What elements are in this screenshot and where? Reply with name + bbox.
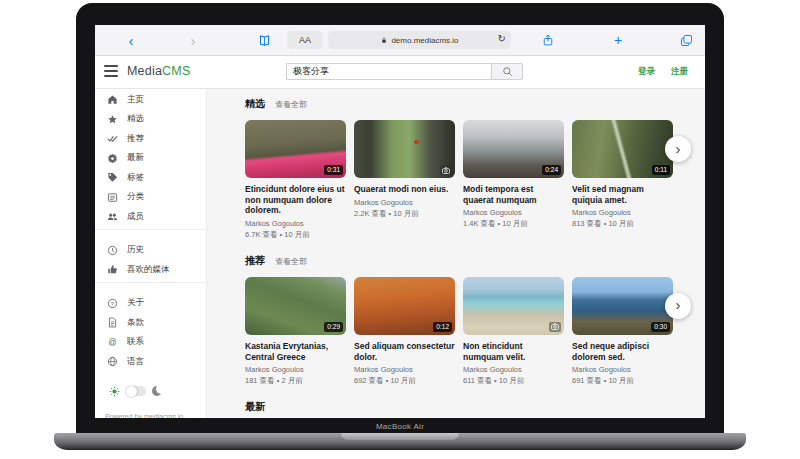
section-title: 精选 <box>245 97 265 111</box>
view-all-link[interactable]: 查看全部 <box>275 99 307 110</box>
video-card[interactable]: 0:24 Modi tempora est quaerat numquam Ma… <box>463 120 564 240</box>
lock-icon <box>380 36 388 45</box>
login-link[interactable]: 登录 <box>638 66 655 78</box>
reader-button[interactable]: AA <box>287 31 323 49</box>
duration-badge: 0:30 <box>651 322 670 332</box>
screen: ‹ › AA demo.mediacms.io ↻ + <box>95 25 705 418</box>
tabs-icon[interactable] <box>678 25 694 55</box>
moon-icon <box>152 386 162 396</box>
back-icon[interactable]: ‹ <box>123 25 139 55</box>
new-tab-icon[interactable]: + <box>610 25 626 55</box>
forward-icon[interactable]: › <box>185 25 201 55</box>
video-thumbnail[interactable]: 0:30 <box>572 277 673 335</box>
menu-icon[interactable] <box>104 65 118 77</box>
divider <box>95 229 206 230</box>
video-author[interactable]: Markos Gogoulos <box>572 365 673 374</box>
sidebar-label: 分类 <box>127 191 144 203</box>
video-author[interactable]: Markos Gogoulos <box>354 365 455 374</box>
sidebar-item-language[interactable]: 语言 <box>95 352 206 372</box>
logo-cms: CMS <box>162 64 190 78</box>
video-card[interactable]: 0:31 Etincidunt dolore eius ut non numqu… <box>245 120 346 240</box>
toggle-knob[interactable] <box>126 386 137 397</box>
bookmarks-icon[interactable] <box>256 25 272 55</box>
document-icon <box>107 317 118 328</box>
svg-text:?: ? <box>111 300 114 306</box>
sidebar-item-history[interactable]: 历史 <box>95 241 206 261</box>
section-title: 最新 <box>245 400 265 414</box>
logo[interactable]: MediaCMS <box>127 64 190 78</box>
theme-toggle[interactable] <box>126 386 146 396</box>
sidebar-item-members[interactable]: 成员 <box>95 207 206 227</box>
sidebar-item-latest[interactable]: 最新 <box>95 149 206 169</box>
svg-text:@: @ <box>108 338 116 347</box>
sidebar: 主页 精选 推荐 最新 <box>95 89 207 418</box>
video-thumbnail[interactable]: 0:31 <box>245 120 346 178</box>
category-icon <box>107 192 118 203</box>
safari-toolbar: ‹ › AA demo.mediacms.io ↻ + <box>95 25 705 56</box>
sidebar-item-terms[interactable]: 条款 <box>95 313 206 333</box>
video-card[interactable]: 0:29 Kastania Evrytanias, Central Greece… <box>245 277 346 386</box>
video-title[interactable]: Sed aliquam consectetur dolor. <box>354 341 455 362</box>
sidebar-item-tags[interactable]: 标签 <box>95 168 206 188</box>
search-button[interactable] <box>491 63 523 80</box>
sidebar-item-contact[interactable]: @ 联系 <box>95 333 206 353</box>
sidebar-item-about[interactable]: ? 关于 <box>95 294 206 314</box>
carousel-next-button[interactable]: › <box>665 136 691 162</box>
video-thumbnail[interactable] <box>354 120 455 178</box>
carousel-next-button[interactable]: › <box>665 293 691 319</box>
video-title[interactable]: Sed neque adipisci dolorem sed. <box>572 341 673 362</box>
share-icon[interactable] <box>540 25 556 55</box>
video-title[interactable]: Kastania Evrytanias, Central Greece <box>245 341 346 362</box>
video-card[interactable]: Non etincidunt numquam velit. Markos Gog… <box>463 277 564 386</box>
at-icon: @ <box>107 337 118 348</box>
video-title[interactable]: Velit sed magnam quiquia amet. <box>572 184 673 205</box>
sidebar-label: 喜欢的媒体 <box>127 264 170 276</box>
section-recommended: 推荐 查看全部 0:29 Kastania Evrytanias, Centra… <box>245 254 705 386</box>
help-icon: ? <box>107 298 118 309</box>
reload-icon[interactable]: ↻ <box>498 33 506 44</box>
sidebar-item-recommended[interactable]: 推荐 <box>95 129 206 149</box>
video-thumbnail[interactable] <box>463 277 564 335</box>
sidebar-item-featured[interactable]: 精选 <box>95 110 206 130</box>
duration-badge: 0:31 <box>324 165 343 175</box>
video-author[interactable]: Markos Gogoulos <box>245 219 346 228</box>
video-thumbnail[interactable]: 0:11 <box>572 120 673 178</box>
url-bar[interactable]: demo.mediacms.io ↻ <box>328 31 511 49</box>
globe-icon <box>107 356 118 367</box>
thumb-up-icon <box>107 264 118 275</box>
video-title[interactable]: Etincidunt dolore eius ut non numquam do… <box>245 184 346 216</box>
video-thumbnail[interactable]: 0:24 <box>463 120 564 178</box>
video-card[interactable]: 0:12 Sed aliquam consectetur dolor. Mark… <box>354 277 455 386</box>
video-author[interactable]: Markos Gogoulos <box>354 198 455 207</box>
video-title[interactable]: Non etincidunt numquam velit. <box>463 341 564 362</box>
video-card[interactable]: 0:30 Sed neque adipisci dolorem sed. Mar… <box>572 277 673 386</box>
video-title[interactable]: Modi tempora est quaerat numquam <box>463 184 564 205</box>
video-thumbnail[interactable]: 0:29 <box>245 277 346 335</box>
powered-by[interactable]: Powered by mediacms.io <box>105 413 183 418</box>
video-author[interactable]: Markos Gogoulos <box>463 208 564 217</box>
sidebar-label: 主页 <box>127 94 144 106</box>
url-text: demo.mediacms.io <box>391 36 458 45</box>
video-card[interactable]: Quaerat modi non eius. Markos Gogoulos 2… <box>354 120 455 240</box>
home-icon <box>107 94 118 105</box>
register-link[interactable]: 注册 <box>671 66 688 78</box>
video-title[interactable]: Quaerat modi non eius. <box>354 184 455 195</box>
camera-icon <box>549 322 561 332</box>
search-input[interactable] <box>286 63 491 80</box>
duration-badge: 0:11 <box>652 165 670 175</box>
new-releases-icon <box>107 153 118 164</box>
sidebar-item-home[interactable]: 主页 <box>95 90 206 110</box>
video-author[interactable]: Markos Gogoulos <box>245 365 346 374</box>
view-all-link[interactable]: 查看全部 <box>275 256 307 267</box>
camera-icon <box>440 165 452 175</box>
chassis-notch <box>341 433 459 440</box>
logo-media: Media <box>127 64 162 78</box>
sidebar-item-liked[interactable]: 喜欢的媒体 <box>95 260 206 280</box>
video-author[interactable]: Markos Gogoulos <box>463 365 564 374</box>
video-thumbnail[interactable]: 0:12 <box>354 277 455 335</box>
sidebar-item-categories[interactable]: 分类 <box>95 188 206 208</box>
video-card[interactable]: 0:11 Velit sed magnam quiquia amet. Mark… <box>572 120 673 240</box>
sidebar-label: 精选 <box>127 113 144 125</box>
video-author[interactable]: Markos Gogoulos <box>572 208 673 217</box>
duration-badge: 0:24 <box>542 165 561 175</box>
